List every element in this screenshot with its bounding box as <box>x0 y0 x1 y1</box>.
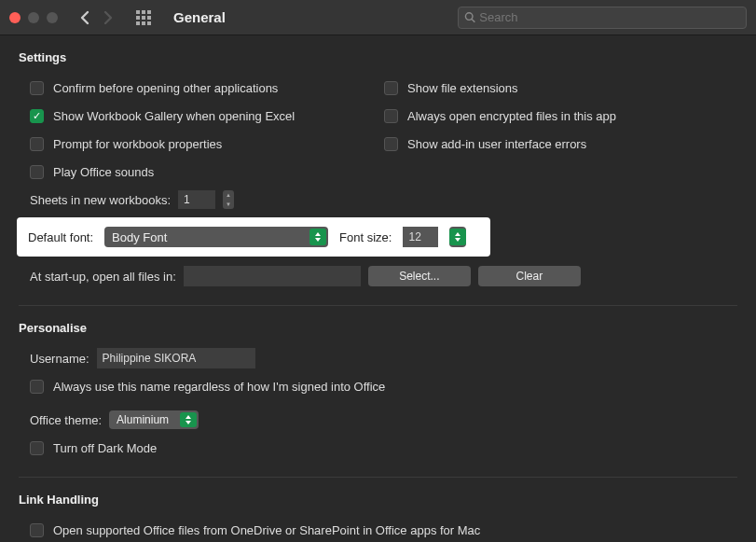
search-field[interactable] <box>458 7 747 29</box>
select-arrows-icon <box>180 412 197 427</box>
settings-heading: Settings <box>19 50 737 64</box>
back-button[interactable] <box>76 9 93 26</box>
default-font-value: Body Font <box>112 230 167 244</box>
chevron-down-icon: ▼ <box>223 200 234 209</box>
select-button[interactable]: Select... <box>368 266 471 286</box>
always-open-encrypted-checkbox[interactable] <box>384 109 398 123</box>
sheets-input[interactable] <box>178 190 215 209</box>
link-handling-heading: Link Handling <box>19 493 737 507</box>
theme-label: Office theme: <box>30 413 102 427</box>
page-title: General <box>173 9 226 25</box>
default-font-label: Default font: <box>28 230 93 244</box>
play-sounds-label: Play Office sounds <box>53 165 154 179</box>
turn-off-dark-label: Turn off Dark Mode <box>53 441 157 455</box>
close-window-button[interactable] <box>9 12 21 23</box>
personalise-heading: Personalise <box>19 321 737 335</box>
show-addin-errors-checkbox[interactable] <box>384 137 398 151</box>
forward-button[interactable] <box>99 9 116 26</box>
theme-value: Aluminium <box>117 413 169 426</box>
show-ext-label: Show file extensions <box>407 81 518 95</box>
svg-line-1 <box>472 19 474 21</box>
always-open-encrypted-label: Always open encrypted files in this app <box>407 109 616 123</box>
theme-select[interactable]: Aluminium <box>109 410 199 429</box>
username-input[interactable] <box>97 348 255 368</box>
svg-point-0 <box>465 13 473 21</box>
nav-arrows <box>76 9 116 26</box>
open-supported-label: Open supported Office files from OneDriv… <box>53 523 480 537</box>
font-size-input[interactable] <box>403 227 438 247</box>
search-icon <box>464 11 475 23</box>
always-use-name-label: Always use this name regardless of how I… <box>53 380 385 394</box>
prompt-props-label: Prompt for workbook properties <box>53 137 222 151</box>
search-input[interactable] <box>479 10 740 24</box>
show-gallery-checkbox[interactable] <box>30 109 44 123</box>
zoom-window-button[interactable] <box>47 12 58 23</box>
show-ext-checkbox[interactable] <box>384 81 398 95</box>
play-sounds-checkbox[interactable] <box>30 165 44 179</box>
prompt-props-checkbox[interactable] <box>30 137 44 151</box>
startup-path-input[interactable] <box>184 266 361 286</box>
chevron-up-icon: ▲ <box>223 190 234 200</box>
confirm-open-label: Confirm before opening other application… <box>53 81 278 95</box>
startup-label: At start-up, open all files in: <box>30 270 176 284</box>
font-size-label: Font size: <box>339 230 392 244</box>
font-size-stepper[interactable] <box>449 227 466 247</box>
username-label: Username: <box>30 352 89 366</box>
sheets-label: Sheets in new workbooks: <box>30 193 171 207</box>
select-arrows-icon <box>449 229 466 245</box>
clear-button[interactable]: Clear <box>478 266 581 286</box>
default-font-highlight: Default font: Body Font Font size: <box>17 217 490 257</box>
show-all-button[interactable] <box>136 10 151 25</box>
window-controls <box>9 12 58 23</box>
sheets-stepper[interactable]: ▲▼ <box>223 190 234 209</box>
default-font-select[interactable]: Body Font <box>104 227 328 247</box>
confirm-open-checkbox[interactable] <box>30 81 44 95</box>
show-gallery-label: Show Workbook Gallery when opening Excel <box>53 109 295 123</box>
always-use-name-checkbox[interactable] <box>30 380 44 394</box>
titlebar: General <box>0 0 756 35</box>
minimize-window-button[interactable] <box>28 12 39 23</box>
turn-off-dark-checkbox[interactable] <box>30 441 44 455</box>
show-addin-errors-label: Show add-in user interface errors <box>407 137 586 151</box>
select-arrows-icon <box>309 229 326 245</box>
open-supported-checkbox[interactable] <box>30 523 44 537</box>
